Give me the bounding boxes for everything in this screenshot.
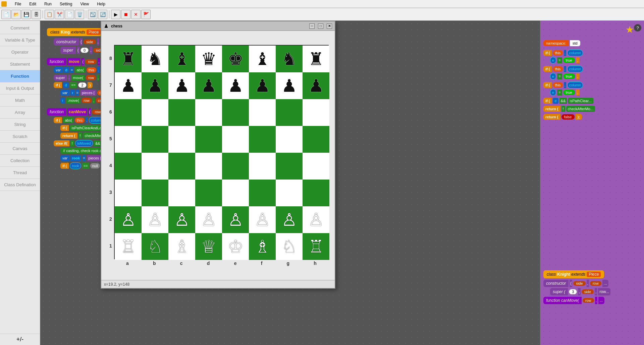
chess-cell-e6[interactable] bbox=[222, 99, 249, 126]
save-button[interactable]: 💾 bbox=[21, 10, 31, 19]
sidebar-item-collection[interactable]: Collection bbox=[0, 155, 40, 167]
new-button[interactable]: 📄 bbox=[1, 10, 11, 19]
chess-cell-h3[interactable] bbox=[303, 180, 329, 206]
sidebar-item-classdef[interactable]: Class Defination bbox=[0, 179, 40, 191]
chess-cell-c6[interactable] bbox=[168, 99, 195, 126]
flag-button[interactable]: 🚩 bbox=[141, 10, 151, 19]
chess-cell-c7[interactable]: ♟ bbox=[168, 72, 195, 99]
chess-cell-a2[interactable]: ♙ bbox=[115, 206, 142, 233]
chess-cell-f2[interactable]: ♙ bbox=[249, 206, 276, 233]
chess-cell-f8[interactable]: ♝ bbox=[249, 46, 276, 72]
chess-cell-f3[interactable] bbox=[249, 180, 276, 206]
chess-cell-a3[interactable] bbox=[115, 180, 142, 206]
sidebar-item-operator[interactable]: Operator bbox=[0, 46, 40, 58]
stop-button[interactable]: ⏹ bbox=[121, 10, 130, 19]
sidebar-item-function[interactable]: Function bbox=[0, 70, 40, 82]
sidebar-item-array[interactable]: Array bbox=[0, 107, 40, 119]
redo-button[interactable]: ↪️ bbox=[98, 10, 107, 19]
chess-cell-a1[interactable]: ♖ bbox=[115, 233, 142, 260]
chess-cell-d2[interactable]: ♙ bbox=[195, 206, 222, 233]
chess-cell-b2[interactable]: ♙ bbox=[142, 206, 168, 233]
chess-cell-h7[interactable]: ♟ bbox=[303, 72, 329, 99]
chess-cell-a6[interactable] bbox=[115, 99, 142, 126]
chess-cell-g1[interactable]: ♘ bbox=[276, 233, 303, 260]
chess-cell-e1[interactable]: ♔ bbox=[222, 233, 249, 260]
chess-cell-e3[interactable] bbox=[222, 180, 249, 206]
chess-cell-a8[interactable]: ♜ bbox=[115, 46, 142, 72]
chess-cell-e2[interactable]: ♙ bbox=[222, 206, 249, 233]
chess-cell-f7[interactable]: ♟ bbox=[249, 72, 276, 99]
save-as-button[interactable]: 🗄 bbox=[32, 10, 41, 19]
clear-button[interactable]: ✕ bbox=[131, 10, 141, 19]
chess-cell-h4[interactable] bbox=[303, 153, 329, 180]
menu-run[interactable]: Run bbox=[43, 1, 53, 7]
sidebar-item-thread[interactable]: Thread bbox=[0, 167, 40, 179]
chess-cell-h1[interactable]: ♖ bbox=[303, 233, 329, 260]
chess-cell-f1[interactable]: ♗ bbox=[249, 233, 276, 260]
chess-cell-f6[interactable] bbox=[249, 99, 276, 126]
star-icon[interactable]: ★ bbox=[626, 24, 634, 35]
chess-cell-d8[interactable]: ♛ bbox=[195, 46, 222, 72]
chess-cell-g2[interactable]: ♙ bbox=[276, 206, 303, 233]
chess-cell-c3[interactable] bbox=[168, 180, 195, 206]
chess-cell-c4[interactable] bbox=[168, 153, 195, 180]
copy-button[interactable]: 📋 bbox=[45, 10, 54, 19]
chess-cell-d3[interactable] bbox=[195, 180, 222, 206]
chess-cell-d4[interactable] bbox=[195, 153, 222, 180]
chess-cell-b3[interactable] bbox=[142, 180, 168, 206]
chess-cell-b7[interactable]: ♟ bbox=[142, 72, 168, 99]
chess-cell-h5[interactable] bbox=[303, 126, 329, 153]
cut-button[interactable]: ✂️ bbox=[55, 10, 64, 19]
sidebar-item-string[interactable]: String bbox=[0, 119, 40, 131]
chess-cell-b5[interactable] bbox=[142, 126, 168, 153]
run-button[interactable]: ▶ bbox=[111, 10, 120, 19]
chess-cell-g8[interactable]: ♞ bbox=[276, 46, 303, 72]
chess-cell-f5[interactable] bbox=[249, 126, 276, 153]
chess-cell-g7[interactable]: ♟ bbox=[276, 72, 303, 99]
sidebar-item-statement[interactable]: Statement bbox=[0, 58, 40, 70]
chess-cell-g4[interactable] bbox=[276, 153, 303, 180]
chess-cell-c8[interactable]: ♝ bbox=[168, 46, 195, 72]
chess-cell-e7[interactable]: ♟ bbox=[222, 72, 249, 99]
chess-cell-c1[interactable]: ♗ bbox=[168, 233, 195, 260]
chess-cell-g5[interactable] bbox=[276, 126, 303, 153]
delete-button[interactable]: 🗑️ bbox=[75, 10, 84, 19]
chess-cell-a4[interactable] bbox=[115, 153, 142, 180]
chess-cell-h6[interactable] bbox=[303, 99, 329, 126]
chess-cell-d6[interactable] bbox=[195, 99, 222, 126]
undo-button[interactable]: ↩️ bbox=[88, 10, 97, 19]
chess-cell-e4[interactable] bbox=[222, 153, 249, 180]
open-button[interactable]: 📂 bbox=[11, 10, 21, 19]
sidebar-item-scratch[interactable]: Scratch bbox=[0, 131, 40, 143]
chess-cell-h2[interactable]: ♙ bbox=[303, 206, 329, 233]
chess-cell-g3[interactable] bbox=[276, 180, 303, 206]
chess-cell-c5[interactable] bbox=[168, 126, 195, 153]
menu-file[interactable]: File bbox=[13, 1, 22, 7]
menu-help[interactable]: Help bbox=[96, 1, 107, 7]
chess-cell-b4[interactable] bbox=[142, 153, 168, 180]
chess-cell-c2[interactable]: ♙ bbox=[168, 206, 195, 233]
chess-cell-f4[interactable] bbox=[249, 153, 276, 180]
sidebar-item-math[interactable]: Math bbox=[0, 94, 40, 107]
chess-cell-e8[interactable]: ♚ bbox=[222, 46, 249, 72]
chess-minimize-button[interactable]: ─ bbox=[309, 23, 315, 29]
chess-board[interactable]: ♜ ♞ ♝ ♛ ♚ ♝ ♞ ♜ ♟ ♟ ♟ ♟ bbox=[114, 45, 329, 259]
chess-cell-d7[interactable]: ♟ bbox=[195, 72, 222, 99]
sidebar-item-variable[interactable]: Variable & Type bbox=[0, 34, 40, 46]
chess-cell-h8[interactable]: ♜ bbox=[303, 46, 329, 72]
chess-cell-b1[interactable]: ♘ bbox=[142, 233, 168, 260]
help-icon[interactable]: ? bbox=[634, 24, 641, 31]
menu-setting[interactable]: Setting bbox=[58, 1, 73, 7]
sidebar-item-input[interactable]: Input & Output bbox=[0, 82, 40, 94]
sidebar-footer-toggle[interactable]: +/- bbox=[0, 334, 40, 345]
paste-button[interactable]: 📄 bbox=[65, 10, 74, 19]
chess-cell-b8[interactable]: ♞ bbox=[142, 46, 168, 72]
chess-close-button[interactable]: ✕ bbox=[327, 23, 332, 29]
chess-cell-b6[interactable] bbox=[142, 99, 168, 126]
chess-cell-d1[interactable]: ♕ bbox=[195, 233, 222, 260]
chess-cell-a5[interactable] bbox=[115, 126, 142, 153]
menu-edit[interactable]: Edit bbox=[28, 1, 38, 7]
chess-maximize-button[interactable]: □ bbox=[318, 23, 323, 29]
code-editor-area[interactable]: class King extends Piece constructor ( s… bbox=[40, 21, 540, 345]
menu-view[interactable]: View bbox=[79, 1, 90, 7]
